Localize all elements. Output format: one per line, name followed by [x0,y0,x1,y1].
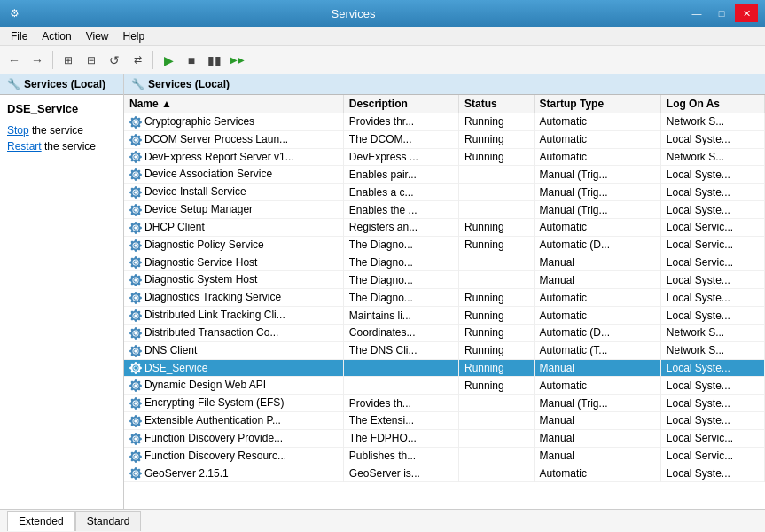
service-name-text: Function Discovery Provide... [144,432,283,444]
table-row[interactable]: Diagnostic System HostThe Diagno...Manua… [124,271,765,289]
table-row[interactable]: Encrypting File System (EFS)Provides th.… [124,395,765,412]
service-status-cell [459,412,535,430]
right-panel-header: 🔧 Services (Local) [124,74,765,95]
table-row[interactable]: DevExpress Report Server v1...DevExpress… [124,148,765,166]
col-header-desc[interactable]: Description [343,95,458,113]
table-row[interactable]: Function Discovery Resourc...Publishes t… [124,447,765,465]
service-name-text: DNS Client [144,344,197,356]
menu-file[interactable]: File [4,28,35,44]
menu-help[interactable]: Help [116,28,152,44]
pause-button[interactable]: ▮▮ [204,50,225,71]
table-row[interactable]: Device Install ServiceEnables a c...Manu… [124,184,765,201]
table-row[interactable]: DNS ClientThe DNS Cli...RunningAutomatic… [124,341,765,359]
service-name-text: DHCP Client [144,221,205,233]
service-desc-cell: The DNS Cli... [343,341,458,359]
table-row[interactable]: Diagnostics Tracking ServiceThe Diagno..… [124,289,765,307]
service-desc-cell: The Diagno... [343,254,458,271]
back-button[interactable]: ← [4,50,25,71]
service-desc-cell: Enables a c... [343,184,458,201]
table-row[interactable]: Diagnostic Policy ServiceThe Diagno...Ru… [124,236,765,254]
show-hide-button[interactable]: ⊟ [81,50,102,71]
table-row[interactable]: Function Discovery Provide...The FDPHO..… [124,429,765,447]
table-row[interactable]: GeoServer 2.15.1GeoServer is...Automatic… [124,465,765,482]
table-row[interactable]: Cryptographic ServicesProvides thr...Run… [124,113,765,131]
run-button[interactable]: ▶ [158,50,179,71]
table-row[interactable]: DCOM Server Process Laun...The DCOM...Ru… [124,130,765,148]
table-row[interactable]: Distributed Link Tracking Cli...Maintain… [124,307,765,325]
refresh-button[interactable]: ↺ [104,50,125,71]
stop-service-link[interactable]: Stop [7,124,29,137]
up-button[interactable]: ⊞ [58,50,79,71]
tab-standard[interactable]: Standard [75,511,142,531]
services-table[interactable]: Name ▲ Description Status Startup Type L… [124,95,765,509]
service-startup-cell: Manual [534,254,660,271]
service-desc-cell: Provides thr... [343,113,458,131]
service-desc-cell: The Extensi... [343,412,458,430]
table-row[interactable]: Diagnostic Service HostThe Diagno...Manu… [124,254,765,271]
col-header-logon[interactable]: Log On As [660,95,764,113]
gear-icon [129,221,144,233]
service-startup-cell: Automatic [534,465,660,482]
restart-service-link[interactable]: Restart [7,140,42,153]
gear-icon [129,309,144,321]
service-name-cell: Diagnostics Tracking Service [124,289,343,307]
col-header-status[interactable]: Status [459,95,535,113]
minimize-button[interactable]: — [685,4,708,22]
export-button[interactable]: ⇄ [127,50,148,71]
table-row[interactable]: Device Association ServiceEnables pair..… [124,166,765,184]
forward-button[interactable]: → [27,50,48,71]
service-status-cell: Running [459,307,535,325]
service-name-cell: Diagnostic System Host [124,271,343,289]
service-name-text: DevExpress Report Server v1... [144,151,294,163]
service-name-cell: Distributed Link Tracking Cli... [124,307,343,325]
close-button[interactable]: ✕ [735,4,758,22]
table-header-row: Name ▲ Description Status Startup Type L… [124,95,765,113]
service-startup-cell: Manual [534,447,660,465]
restart-suffix: the service [42,140,96,153]
table-row[interactable]: DSE_ServiceRunningManualLocal Syste... [124,359,765,377]
col-header-name[interactable]: Name ▲ [124,95,343,113]
service-status-cell [459,271,535,289]
col-header-startup[interactable]: Startup Type [534,95,660,113]
service-desc-cell: Enables the ... [343,201,458,219]
service-name-cell: Extensible Authentication P... [124,412,343,430]
gear-icon [129,414,144,426]
gear-icon [129,467,144,480]
tab-extended[interactable]: Extended [7,511,75,531]
service-status-cell [459,395,535,412]
maximize-button[interactable]: □ [710,4,733,22]
service-desc-cell [343,359,458,377]
service-status-cell [459,465,535,482]
gear-icon [129,450,144,462]
menu-view[interactable]: View [79,28,116,44]
service-status-cell [459,201,535,219]
service-desc-cell: The DCOM... [343,130,458,148]
table-row[interactable]: DHCP ClientRegisters an...RunningAutomat… [124,218,765,236]
stop-suffix: the service [29,124,83,137]
restart-button[interactable]: ▶▶ [227,50,248,71]
service-name-text: Distributed Link Tracking Cli... [144,309,285,321]
left-panel-title: Services (Local) [24,78,105,90]
service-startup-cell: Manual (Trig... [534,166,660,184]
service-startup-cell: Automatic [534,377,660,395]
service-name-text: Cryptographic Services [144,115,254,128]
table-row[interactable]: Device Setup ManagerEnables the ...Manua… [124,201,765,219]
table-row[interactable]: Dynamic Design Web APIRunningAutomaticLo… [124,377,765,395]
title-bar-controls: — □ ✕ [685,4,758,22]
service-startup-cell: Manual [534,429,660,447]
menu-action[interactable]: Action [35,28,78,44]
stop-button[interactable]: ■ [181,50,202,71]
service-name-cell: Device Association Service [124,166,343,184]
service-startup-cell: Manual [534,412,660,430]
service-logon-cell: Network S... [660,113,764,131]
left-panel-header: 🔧 Services (Local) [0,74,123,95]
service-logon-cell: Local Servic... [660,254,764,271]
service-startup-cell: Automatic [534,148,660,166]
service-desc-cell: Enables pair... [343,166,458,184]
table-row[interactable]: Extensible Authentication P...The Extens… [124,412,765,430]
toolbar-sep-1 [52,51,53,69]
table-row[interactable]: Distributed Transaction Co...Coordinates… [124,324,765,341]
services-tbody: Cryptographic ServicesProvides thr...Run… [124,113,765,482]
left-panel-icon: 🔧 [7,78,20,90]
service-name-text: Diagnostics Tracking Service [144,291,281,303]
